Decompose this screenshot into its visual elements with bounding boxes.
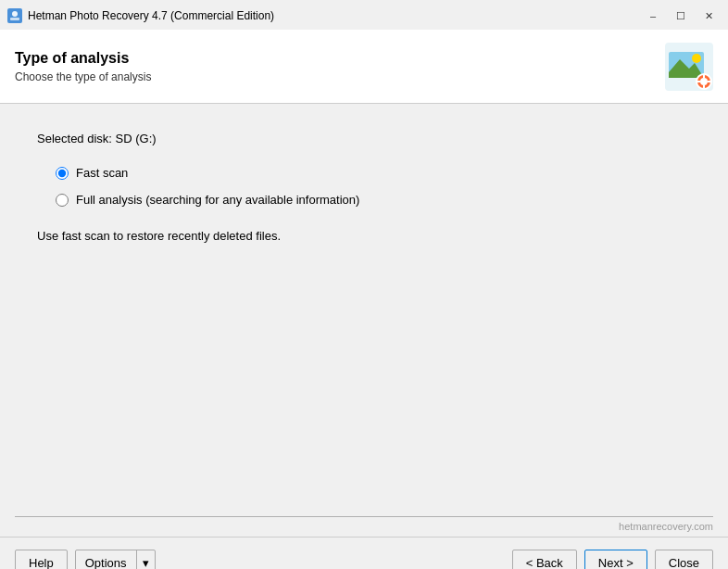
options-dropdown[interactable]: Options ▾ (75, 550, 156, 570)
close-button[interactable]: Close (655, 550, 713, 570)
options-dropdown-arrow[interactable]: ▾ (137, 550, 155, 570)
header-left: Type of analysis Choose the type of anal… (15, 50, 151, 83)
minimize-button[interactable]: – (641, 6, 665, 25)
next-button[interactable]: Next > (584, 550, 647, 570)
footer: Help Options ▾ < Back Next > Close (0, 537, 728, 569)
fast-scan-label: Fast scan (76, 166, 128, 180)
fast-scan-radio[interactable] (56, 167, 69, 180)
footer-left: Help Options ▾ (15, 550, 156, 570)
back-button[interactable]: < Back (512, 550, 577, 570)
maximize-button[interactable]: ☐ (669, 6, 693, 25)
title-bar: Hetman Photo Recovery 4.7 (Commercial Ed… (0, 0, 728, 30)
footer-right: < Back Next > Close (512, 550, 713, 570)
svg-point-6 (692, 54, 701, 63)
header-section: Type of analysis Choose the type of anal… (0, 30, 728, 104)
page-subtitle: Choose the type of analysis (15, 70, 151, 83)
full-analysis-option[interactable]: Full analysis (searching for any availab… (56, 193, 691, 207)
svg-rect-2 (10, 18, 19, 20)
app-icon (7, 8, 22, 23)
title-bar-controls: – ☐ ✕ (641, 6, 721, 25)
svg-point-1 (12, 11, 18, 17)
header-icon (665, 43, 713, 91)
radio-group: Fast scan Full analysis (searching for a… (56, 166, 691, 207)
close-window-button[interactable]: ✕ (697, 6, 721, 25)
divider-area: hetmanrecovery.com (0, 516, 728, 537)
selected-disk-label: Selected disk: SD (G:) (37, 132, 691, 145)
full-analysis-radio[interactable] (56, 194, 69, 207)
options-button-label[interactable]: Options (76, 550, 137, 570)
watermark-text: hetmanrecovery.com (619, 521, 713, 532)
title-bar-text: Hetman Photo Recovery 4.7 (Commercial Ed… (28, 9, 274, 22)
title-bar-left: Hetman Photo Recovery 4.7 (Commercial Ed… (7, 8, 274, 23)
svg-point-8 (700, 78, 708, 85)
watermark-row: hetmanrecovery.com (0, 517, 728, 535)
hint-text: Use fast scan to restore recently delete… (37, 229, 691, 243)
page-title: Type of analysis (15, 50, 151, 67)
help-button[interactable]: Help (15, 550, 68, 570)
fast-scan-option[interactable]: Fast scan (56, 166, 691, 180)
full-analysis-label: Full analysis (searching for any availab… (76, 193, 359, 207)
main-content: Selected disk: SD (G:) Fast scan Full an… (0, 104, 728, 516)
